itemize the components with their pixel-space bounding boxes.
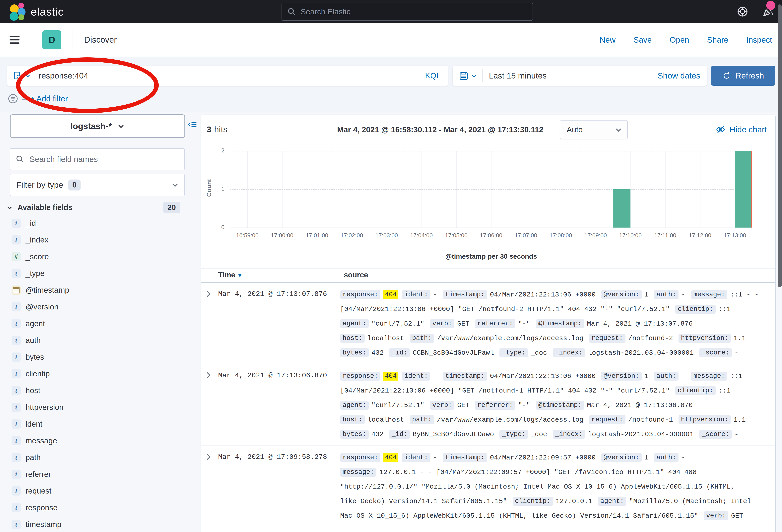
source-field-key: _type:	[499, 430, 528, 439]
doc-source-cell: response:404ident:-timestamp:04/Mar/2021…	[340, 287, 775, 360]
field-item-_index[interactable]: t_index	[0, 231, 198, 248]
index-pattern-switcher[interactable]: logstash-*	[10, 114, 185, 138]
filter-icon[interactable]	[8, 93, 19, 104]
date-picker[interactable]: Last 15 minutes Show dates	[453, 66, 707, 86]
search-icon	[15, 155, 24, 163]
time-column-header[interactable]: Time▼	[218, 271, 243, 279]
source-field-value: 1.1	[734, 335, 746, 342]
histogram-bar[interactable]	[735, 151, 752, 228]
field-item-host[interactable]: thost	[0, 382, 198, 399]
collapse-sidebar-icon[interactable]	[187, 119, 198, 131]
nav-action-inspect[interactable]: Inspect	[746, 35, 772, 44]
field-name: clientip	[26, 370, 50, 378]
field-list: t_idt_index#_scoret_type@timestampt@vers…	[0, 215, 198, 532]
x-tick-label: 17:03:00	[371, 232, 402, 239]
discover-app-badge[interactable]: D	[42, 30, 62, 49]
notification-dot	[766, 1, 775, 10]
highlighted-value: 404	[383, 453, 398, 462]
field-item-ident[interactable]: tident	[0, 416, 198, 432]
source-field-value: -	[735, 349, 739, 357]
chevron-down-icon	[6, 204, 13, 211]
field-item-bytes[interactable]: tbytes	[0, 349, 198, 366]
source-field-value: 127.0.0.1 - - [04/Mar/2021:22:09:57 +000…	[379, 468, 697, 476]
x-axis-title: @timestamp per 30 seconds	[230, 253, 752, 260]
nav-action-share[interactable]: Share	[707, 35, 728, 44]
date-field-icon	[11, 286, 21, 295]
hide-chart-button[interactable]: Hide chart	[716, 124, 767, 135]
field-item-request[interactable]: trequest	[0, 483, 198, 499]
source-field-key: bytes:	[340, 348, 369, 357]
source-field-value: [04/Mar/2021:22:13:06 +0000] "GET /notfo…	[340, 387, 670, 394]
global-search-box[interactable]	[282, 3, 533, 21]
source-field-value: Mac OS X 10_15_6) AppleWebKit/605.1.15 (…	[340, 512, 698, 520]
calendar-icon[interactable]	[459, 71, 469, 81]
source-field-key: request:	[589, 415, 625, 424]
field-item-auth[interactable]: tauth	[0, 332, 198, 349]
expand-row-button[interactable]	[201, 450, 218, 523]
doc-table-row: Mar 4, 2021 @ 17:13:06.870response:404id…	[201, 364, 775, 446]
x-tick-label: 17:01:00	[301, 232, 333, 239]
source-field-key: timestamp:	[443, 453, 487, 462]
source-field-value: 127.0.0.1	[556, 497, 592, 505]
field-item-@version[interactable]: t@version	[0, 299, 198, 315]
field-item-path[interactable]: tpath	[0, 449, 198, 466]
nav-action-new[interactable]: New	[600, 35, 615, 44]
field-item-message[interactable]: tmessage	[0, 432, 198, 449]
field-item-_type[interactable]: t_type	[0, 265, 198, 282]
field-name: _index	[26, 235, 48, 244]
source-field-key: message:	[340, 468, 377, 477]
nav-action-open[interactable]: Open	[670, 35, 689, 44]
filter-by-type-count: 0	[68, 180, 80, 190]
source-field-key: _id:	[389, 348, 410, 357]
source-field-key: auth:	[654, 453, 678, 462]
fields-sidebar: logstash-* Filter by type 0	[0, 112, 198, 532]
text-field-icon: t	[11, 470, 21, 479]
field-search-input[interactable]	[29, 155, 166, 164]
field-item-@timestamp[interactable]: @timestamp	[0, 282, 198, 299]
field-item-_score[interactable]: #_score	[0, 248, 198, 265]
source-field-key: verb:	[430, 401, 454, 410]
histogram-bar[interactable]	[613, 189, 630, 228]
search-icon	[287, 7, 296, 16]
divider	[73, 30, 73, 50]
query-language-button[interactable]: KQL	[425, 71, 441, 80]
field-search-box[interactable]	[10, 148, 185, 170]
elastic-brand[interactable]: elastic	[7, 2, 64, 21]
field-item-_id[interactable]: t_id	[0, 215, 198, 231]
field-item-response[interactable]: tresponse	[0, 499, 198, 516]
field-name: _type	[26, 269, 44, 278]
chevron-down-icon	[117, 122, 125, 130]
page-scrollbar-thumb[interactable]	[778, 4, 782, 287]
source-field-value: -	[433, 291, 437, 299]
help-icon[interactable]	[737, 6, 748, 17]
field-item-httpversion[interactable]: thttpversion	[0, 399, 198, 416]
filter-by-type-dropdown[interactable]: Filter by type 0	[10, 174, 185, 196]
saved-query-icon[interactable]	[13, 71, 31, 80]
query-text[interactable]: response:404	[39, 71, 88, 80]
field-item-agent[interactable]: tagent	[0, 315, 198, 332]
field-item-referrer[interactable]: treferrer	[0, 466, 198, 483]
query-input[interactable]: response:404 KQL	[7, 66, 448, 86]
x-tick-label: 17:04:00	[405, 232, 437, 239]
add-filter-button[interactable]: + Add filter	[30, 94, 68, 103]
field-name: referrer	[26, 470, 51, 479]
menu-hamburger-icon[interactable]	[9, 36, 20, 44]
field-item-clientip[interactable]: tclientip	[0, 366, 198, 382]
results-panel: 3 hits Mar 4, 2021 @ 16:58:30.112 - Mar …	[201, 115, 776, 532]
source-field-value: GET	[731, 512, 743, 520]
refresh-button[interactable]: Refresh	[711, 66, 775, 86]
doc-table-body: Mar 4, 2021 @ 17:13:07.876response:404id…	[201, 282, 775, 527]
x-tick-label: 17:05:00	[440, 232, 472, 239]
time-range-value[interactable]: Last 15 minutes	[489, 71, 546, 80]
field-item-timestamp[interactable]: ttimestamp	[0, 516, 198, 532]
y-tick-label: 2	[221, 147, 224, 154]
expand-row-button[interactable]	[201, 287, 218, 360]
nav-action-save[interactable]: Save	[634, 35, 651, 44]
available-fields-header[interactable]: Available fields 20	[6, 202, 185, 214]
interval-select[interactable]: Auto	[560, 120, 628, 139]
text-field-icon: t	[11, 336, 21, 345]
show-dates-button[interactable]: Show dates	[657, 71, 700, 80]
expand-row-button[interactable]	[201, 369, 218, 442]
global-search-input[interactable]	[300, 7, 481, 16]
text-field-icon: t	[11, 235, 21, 244]
